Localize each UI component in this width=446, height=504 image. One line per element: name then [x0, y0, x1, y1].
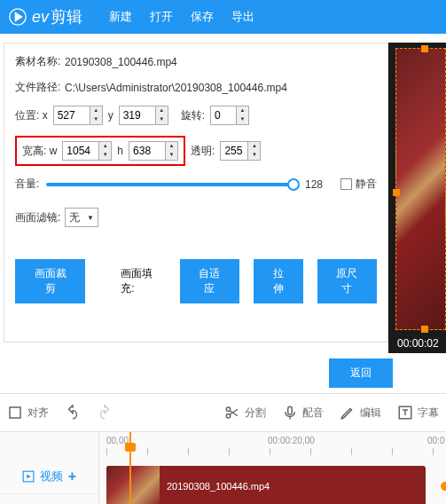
mute-checkbox[interactable]	[340, 178, 352, 190]
volume-slider[interactable]	[46, 183, 298, 186]
pos-y-label: y	[108, 109, 113, 122]
rotate-label: 旋转:	[181, 108, 205, 123]
mic-icon	[282, 405, 298, 421]
play-logo-icon	[9, 8, 27, 26]
preview-panel: 00:00:02	[388, 43, 446, 353]
edit-toolbar: 对齐 分割 配音 编辑 字幕	[0, 393, 446, 432]
fill-original-button[interactable]: 原尺寸	[317, 259, 377, 303]
pos-y-input[interactable]: ▲▼	[119, 106, 168, 125]
undo-icon	[65, 405, 81, 421]
mute-label: 静音	[356, 177, 377, 192]
size-h-label: h	[117, 145, 123, 157]
filter-label: 画面滤镜:	[15, 210, 65, 225]
clip-name: 20190308_100446.mp4	[167, 481, 270, 492]
logo-text: 剪辑	[51, 6, 82, 28]
undo-tool[interactable]	[65, 405, 81, 421]
svg-rect-4	[288, 406, 293, 414]
text-tool[interactable]: 字幕	[397, 405, 439, 421]
fill-label: 画面填充:	[121, 266, 165, 296]
crop-button[interactable]: 画面裁剪	[15, 259, 85, 303]
redo-tool[interactable]	[97, 405, 113, 421]
width-input[interactable]: ▲▼	[62, 141, 112, 161]
menu-open[interactable]: 打开	[150, 9, 173, 25]
pos-x-input[interactable]: ▲▼	[53, 106, 103, 125]
header-menu: 新建 打开 保存 导出	[109, 9, 254, 25]
name-label: 素材名称:	[15, 54, 65, 69]
preview-timecode: 00:00:02	[397, 337, 439, 350]
add-track-icon[interactable]: +	[68, 469, 76, 484]
timeline-tracks[interactable]: 00,00 00:00:20,00 00:0 20190308_100446.m…	[99, 432, 446, 504]
menu-export[interactable]: 导出	[231, 9, 254, 25]
opacity-label: 透明:	[191, 144, 215, 159]
cut-tool[interactable]: 分割	[224, 405, 266, 421]
playhead[interactable]	[129, 432, 131, 504]
menu-save[interactable]: 保存	[191, 9, 214, 25]
app-header: ev 剪辑 新建 打开 保存 导出	[0, 0, 446, 34]
timeline: 视频 + 00,00 00:00:20,00 00:0 20190308_100…	[0, 432, 446, 504]
rotate-input[interactable]: ▲▼	[210, 106, 249, 125]
dub-tool[interactable]: 配音	[282, 405, 324, 421]
play-small-icon	[22, 470, 35, 483]
height-input[interactable]: ▲▼	[129, 141, 178, 161]
return-button[interactable]: 返回	[329, 358, 393, 388]
text-icon	[397, 405, 413, 421]
volume-value: 128	[305, 178, 323, 191]
path-label: 文件路径:	[15, 80, 65, 95]
fill-fit-button[interactable]: 自适应	[180, 259, 239, 303]
scissors-icon	[224, 405, 240, 421]
square-icon	[7, 405, 23, 421]
svg-rect-1	[10, 407, 20, 418]
redo-icon	[97, 405, 113, 421]
path-value: C:\Users\Administrator\20190308_100446.m…	[65, 82, 377, 94]
filter-select[interactable]: 无▼	[65, 208, 98, 227]
name-value: 20190308_100446.mp4	[65, 56, 177, 68]
video-track-label[interactable]: 视频 +	[0, 459, 98, 494]
fill-stretch-button[interactable]: 拉伸	[254, 259, 303, 303]
properties-panel: 素材名称: 20190308_100446.mp4 文件路径: C:\Users…	[4, 43, 388, 343]
clip-thumbnail	[106, 466, 160, 504]
size-highlight-box: 宽高: w ▲▼ h ▲▼	[15, 136, 185, 166]
app-logo: ev 剪辑	[9, 6, 82, 28]
pencil-icon	[340, 405, 356, 421]
preview-canvas[interactable]	[395, 48, 446, 330]
position-label: 位置: x	[15, 108, 48, 123]
video-clip[interactable]: 20190308_100446.mp4	[106, 466, 426, 504]
menu-new[interactable]: 新建	[109, 9, 132, 25]
volume-label: 音量:	[15, 177, 39, 192]
align-tool[interactable]: 对齐	[7, 405, 49, 421]
clip-end-handle[interactable]	[441, 482, 446, 491]
timeline-ruler[interactable]: 00,00 00:00:20,00 00:0	[99, 432, 446, 459]
opacity-input[interactable]: ▲▼	[220, 141, 261, 161]
edit-tool[interactable]: 编辑	[340, 405, 381, 421]
size-label: 宽高: w	[22, 144, 57, 159]
